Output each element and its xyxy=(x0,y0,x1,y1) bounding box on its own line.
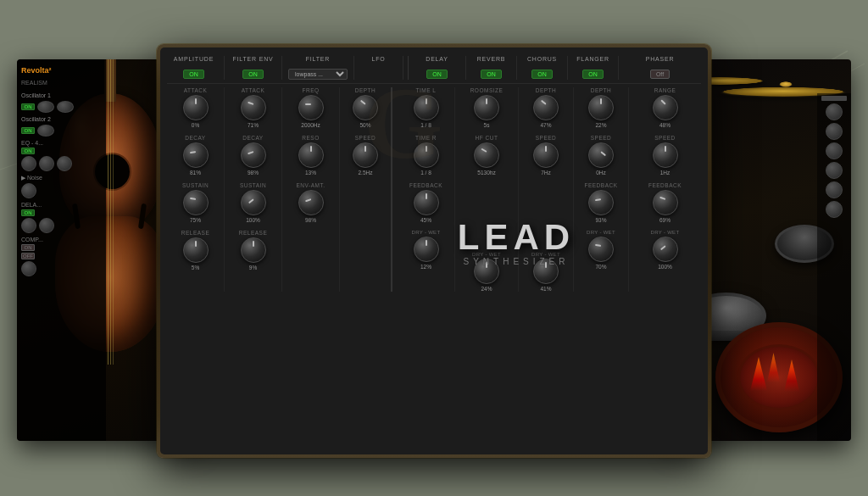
delay-timel-knob[interactable] xyxy=(414,95,439,120)
reverb-roomsize-knob[interactable] xyxy=(474,95,499,120)
fe-release: RELEASE 9% xyxy=(226,230,280,270)
filter-reso: RESO 13% xyxy=(284,135,337,176)
reverb-knobs: ROOMSIZE 5s HF CUT 5130hz xyxy=(455,87,519,292)
delay-knobs: TIME L 1 / 8 TIME R 1 / 8 xyxy=(398,87,455,292)
amp-decay-knob[interactable] xyxy=(183,142,209,168)
filter-header: FILTER lowpass ... highpass bandpass xyxy=(282,56,354,80)
flanger-speed-knob[interactable] xyxy=(588,142,614,168)
fe-release-knob[interactable] xyxy=(241,237,266,263)
amp-sustain-knob[interactable] xyxy=(183,190,209,215)
amp-attack: ATTACK 0% xyxy=(169,87,222,128)
filter-env-header: FILTER ENV ON xyxy=(225,56,282,80)
amp-sustain: SUSTAIN 75% xyxy=(169,182,222,223)
phaser-drywet-knob[interactable] xyxy=(653,237,678,262)
chorus-drywet: DRY - WET 41% xyxy=(520,252,571,292)
left-synth-overlay: Revolta² REALISM Oscillator 1 ON Oscilla… xyxy=(17,59,106,441)
synth-inner: AMPLITUDE ON FILTER ENV ON FILTER lowpas… xyxy=(160,47,708,454)
amp-attack-value: 0% xyxy=(192,122,199,128)
filter-env-knobs: ATTACK 71% DECAY 98% SUSTA xyxy=(225,87,282,292)
chorus-speed-knob[interactable] xyxy=(533,142,559,168)
chorus-header: CHORUS ON xyxy=(517,56,568,80)
filter-env-toggle[interactable]: ON xyxy=(242,70,264,79)
delay-header: DELAY ON xyxy=(409,56,466,80)
knobs-area: ATTACK 0% DECAY 81% xyxy=(167,87,701,292)
amp-decay: DECAY 81% xyxy=(169,135,222,176)
lfo-header: LFO xyxy=(354,56,403,80)
fe-attack: ATTACK 71% xyxy=(226,87,280,128)
filter-type-select[interactable]: lowpass ... highpass bandpass xyxy=(288,69,348,80)
fe-decay-knob[interactable] xyxy=(241,142,266,168)
delay-timer-knob[interactable] xyxy=(414,142,439,168)
filter-env-amt: ENV-AMT. 98% xyxy=(284,182,337,223)
flanger-header: FLANGER ON xyxy=(568,56,619,80)
phaser-toggle[interactable]: Off xyxy=(650,70,670,79)
reverb-header: REVERB ON xyxy=(466,56,517,80)
phaser-drywet: DRY - WET 100% xyxy=(631,230,699,270)
lfo-depth-knob[interactable] xyxy=(353,95,378,120)
amplitude-knobs: ATTACK 0% DECAY 81% xyxy=(167,87,225,292)
phaser-knobs: RANGE 48% SPEED 1Hz FEEDBA xyxy=(629,87,701,292)
phaser-feedback-knob[interactable] xyxy=(653,190,678,215)
chorus-drywet-knob[interactable] xyxy=(533,259,559,284)
drum-rack xyxy=(817,93,851,441)
delay-toggle[interactable]: ON xyxy=(426,70,448,79)
filter-title: FILTER xyxy=(286,56,350,62)
phaser-title: PHASER xyxy=(622,56,698,62)
phaser-feedback: FEEDBACK 69% xyxy=(631,182,699,223)
amplitude-header: AMPLITUDE ON xyxy=(167,56,225,80)
filter-knobs: FREQ 2000Hz RESO 13% ENV-A xyxy=(282,87,340,292)
reverb-hfcut-knob[interactable] xyxy=(474,142,499,168)
amp-release-knob[interactable] xyxy=(183,237,209,263)
sections-header: AMPLITUDE ON FILTER ENV ON FILTER lowpas… xyxy=(167,56,701,84)
delay-drywet-knob[interactable] xyxy=(414,237,439,262)
filter-env-title: FILTER ENV xyxy=(228,56,278,62)
flanger-depth: DEPTH 22% xyxy=(576,87,626,128)
flanger-feedback-knob[interactable] xyxy=(588,190,614,215)
fe-attack-knob[interactable] xyxy=(241,95,266,120)
chorus-knobs: DEPTH 47% SPEED 7Hz DRY - xyxy=(519,87,574,292)
amp-attack-knob[interactable] xyxy=(183,95,209,120)
reverb-title: REVERB xyxy=(470,56,513,62)
amp-decay-value: 81% xyxy=(190,170,201,176)
lfo-speed-knob[interactable] xyxy=(353,142,378,168)
delay-feedback-knob[interactable] xyxy=(414,190,439,215)
chorus-toggle[interactable]: ON xyxy=(531,70,553,79)
filter-env-amt-knob[interactable] xyxy=(298,190,324,215)
fe-sustain-knob[interactable] xyxy=(241,190,266,215)
flanger-speed: SPEED 0Hz xyxy=(576,135,626,176)
delay-feedback: FEEDBACK 45% xyxy=(399,182,453,223)
right-knob-group: TIME L 1 / 8 TIME R 1 / 8 xyxy=(392,87,701,292)
delay-timel: TIME L 1 / 8 xyxy=(399,87,453,128)
chorus-speed: SPEED 7Hz xyxy=(520,135,571,176)
lfo-speed: SPEED 2.5Hz xyxy=(342,135,389,176)
lfo-depth: DEPTH 50% xyxy=(342,87,389,128)
synth-brand: Revolta² xyxy=(21,66,102,75)
reverb-drywet-knob[interactable] xyxy=(474,259,499,284)
filter-freq-knob[interactable] xyxy=(298,95,324,120)
lfo-knobs: DEPTH 50% SPEED 2.5Hz xyxy=(340,87,391,292)
filter-freq: FREQ 2000Hz xyxy=(284,87,337,128)
chorus-depth-knob[interactable] xyxy=(533,95,559,120)
phaser-range: RANGE 48% xyxy=(631,87,699,128)
filter-reso-knob[interactable] xyxy=(298,142,324,168)
flanger-toggle[interactable]: ON xyxy=(582,70,604,79)
flanger-drywet-knob[interactable] xyxy=(588,237,614,262)
delay-timer: TIME R 1 / 8 xyxy=(399,135,453,176)
reverb-toggle[interactable]: ON xyxy=(481,70,502,79)
reverb-drywet: DRY - WET 24% xyxy=(455,252,518,292)
amplitude-toggle[interactable]: ON xyxy=(183,70,204,79)
fe-decay: DECAY 98% xyxy=(226,135,280,176)
reverb-hfcut: HF CUT 5130hz xyxy=(457,135,516,176)
delay-title: DELAY xyxy=(412,56,462,62)
flanger-depth-knob[interactable] xyxy=(588,95,614,120)
flanger-knobs: DEPTH 22% SPEED 0Hz FEEDBA xyxy=(574,87,629,292)
phaser-range-knob[interactable] xyxy=(653,95,678,120)
phaser-speed: SPEED 1Hz xyxy=(631,135,699,176)
chorus-depth: DEPTH 47% xyxy=(520,87,571,128)
amp-release: RELEASE 5% xyxy=(169,230,222,270)
amp-attack-label: ATTACK xyxy=(184,87,208,93)
flanger-feedback: FEEDBACK 93% xyxy=(576,182,626,223)
phaser-speed-knob[interactable] xyxy=(653,142,678,168)
chorus-title: CHORUS xyxy=(520,56,564,62)
flanger-drywet: DRY - WET 70% xyxy=(576,230,626,270)
